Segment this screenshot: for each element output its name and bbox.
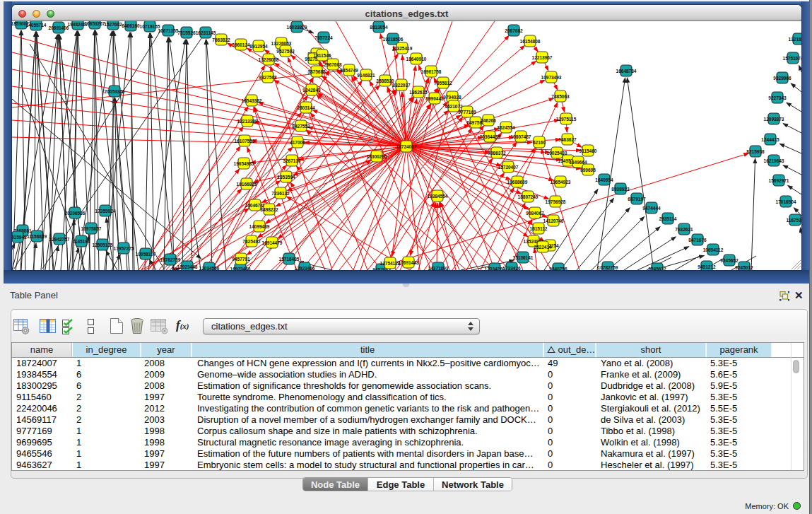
svg-text:12975115: 12975115 xyxy=(556,117,577,122)
svg-text:8990448: 8990448 xyxy=(425,96,444,101)
svg-text:3267130: 3267130 xyxy=(283,158,301,163)
svg-text:9327508: 9327508 xyxy=(259,75,277,80)
svg-text:9245652: 9245652 xyxy=(720,258,739,263)
svg-text:12942757: 12942757 xyxy=(49,237,70,242)
svg-text:20206536: 20206536 xyxy=(65,211,86,216)
svg-text:12923466: 12923466 xyxy=(295,266,315,271)
svg-text:14099489: 14099489 xyxy=(249,224,270,229)
svg-text:16107553: 16107553 xyxy=(235,139,255,144)
svg-text:10025433: 10025433 xyxy=(547,151,567,156)
svg-text:16782759: 16782759 xyxy=(160,257,181,262)
svg-text:7632621: 7632621 xyxy=(675,227,693,232)
svg-text:11156829: 11156829 xyxy=(27,234,47,239)
svg-text:9474444: 9474444 xyxy=(642,206,661,211)
svg-text:14371893: 14371893 xyxy=(428,266,449,271)
svg-text:10973493: 10973493 xyxy=(541,75,562,80)
svg-text:1167533: 1167533 xyxy=(787,218,801,223)
svg-text:16154808: 16154808 xyxy=(520,39,541,44)
svg-text:15720407: 15720407 xyxy=(498,165,519,170)
svg-text:1615112: 1615112 xyxy=(530,226,548,231)
svg-text:16914479: 16914479 xyxy=(262,240,283,245)
svg-text:10671355: 10671355 xyxy=(158,28,179,33)
svg-text:20364436: 20364436 xyxy=(480,134,500,139)
svg-text:9451212: 9451212 xyxy=(698,264,716,269)
svg-text:12754122: 12754122 xyxy=(380,261,401,266)
svg-text:9340756: 9340756 xyxy=(549,267,567,271)
svg-text:1244415: 1244415 xyxy=(761,137,779,142)
svg-text:11325419: 11325419 xyxy=(392,46,413,51)
svg-text:3624554: 3624554 xyxy=(497,125,515,130)
svg-text:12093873: 12093873 xyxy=(764,117,784,122)
svg-text:19756928: 19756928 xyxy=(546,199,566,204)
svg-text:13226058: 13226058 xyxy=(259,57,279,62)
svg-text:10654112: 10654112 xyxy=(703,247,724,252)
svg-text:9084067: 9084067 xyxy=(526,211,544,216)
svg-text:7236132: 7236132 xyxy=(271,191,290,196)
svg-text:9227343: 9227343 xyxy=(768,95,787,100)
svg-text:20053346: 20053346 xyxy=(105,89,125,94)
svg-text:10782759: 10782759 xyxy=(598,265,618,270)
svg-text:1362615: 1362615 xyxy=(409,90,428,95)
svg-text:16543382: 16543382 xyxy=(242,98,262,103)
svg-text:1353594: 1353594 xyxy=(277,175,295,180)
svg-text:2522414: 2522414 xyxy=(534,245,552,250)
svg-text:2967608: 2967608 xyxy=(324,62,342,67)
svg-text:16231145: 16231145 xyxy=(196,30,216,35)
svg-text:6879197: 6879197 xyxy=(628,197,646,201)
svg-text:7485063: 7485063 xyxy=(551,94,570,99)
svg-text:10653267: 10653267 xyxy=(85,21,105,26)
svg-text:9245012: 9245012 xyxy=(735,265,753,270)
svg-text:14055714: 14055714 xyxy=(26,23,47,28)
svg-text:9329966: 9329966 xyxy=(773,76,792,81)
svg-text:16923468: 16923468 xyxy=(230,267,251,271)
svg-text:15751074: 15751074 xyxy=(783,56,801,61)
svg-text:19654985: 19654985 xyxy=(234,161,254,166)
svg-text:9245612: 9245612 xyxy=(648,267,666,271)
svg-text:1527602: 1527602 xyxy=(104,22,122,27)
svg-text:1145194: 1145194 xyxy=(73,239,90,244)
svg-text:10688609: 10688609 xyxy=(507,180,528,185)
svg-text:8322037: 8322037 xyxy=(392,83,411,88)
svg-text:2087682: 2087682 xyxy=(505,28,523,33)
svg-text:18807249: 18807249 xyxy=(518,194,539,199)
svg-text:16210643: 16210643 xyxy=(764,158,784,163)
svg-text:8960124: 8960124 xyxy=(232,42,250,47)
svg-text:7857224: 7857224 xyxy=(314,35,333,40)
svg-text:10807487: 10807487 xyxy=(511,134,531,139)
svg-text:10975857: 10975857 xyxy=(81,226,102,231)
svg-text:9457791: 9457791 xyxy=(232,257,250,262)
svg-text:7955812: 7955812 xyxy=(434,81,452,86)
svg-text:8454749: 8454749 xyxy=(340,68,358,73)
svg-text:3915948: 3915948 xyxy=(12,235,27,240)
svg-text:8912954: 8912954 xyxy=(249,44,268,49)
svg-text:19384554: 19384554 xyxy=(428,194,448,199)
svg-text:1621072: 1621072 xyxy=(445,104,463,109)
svg-text:62160: 62160 xyxy=(533,140,546,145)
svg-text:12213389: 12213389 xyxy=(237,119,258,124)
svg-text:7986372: 7986372 xyxy=(488,151,506,156)
svg-text:7515526: 7515526 xyxy=(177,30,196,35)
svg-text:1811546: 1811546 xyxy=(314,53,331,58)
svg-text:9115460: 9115460 xyxy=(579,148,597,153)
svg-text:1349664: 1349664 xyxy=(569,160,587,165)
svg-text:15136141: 15136141 xyxy=(513,255,534,260)
svg-text:3875685: 3875685 xyxy=(307,69,326,74)
svg-text:8938923: 8938923 xyxy=(611,187,630,192)
svg-text:18300295: 18300295 xyxy=(367,154,387,159)
svg-text:8427552: 8427552 xyxy=(292,124,310,129)
svg-text:8215958: 8215958 xyxy=(746,149,765,154)
svg-text:16033809: 16033809 xyxy=(287,25,307,30)
svg-text:18640910: 18640910 xyxy=(406,57,427,62)
svg-text:417006: 417006 xyxy=(290,140,305,145)
svg-text:8813054: 8813054 xyxy=(370,25,388,30)
svg-text:9146821: 9146821 xyxy=(357,73,375,78)
svg-text:17016504: 17016504 xyxy=(776,199,796,204)
svg-text:8498222: 8498222 xyxy=(260,207,278,212)
svg-text:2588520: 2588520 xyxy=(376,78,394,83)
svg-text:2803144: 2803144 xyxy=(297,105,315,110)
svg-text:10719155: 10719155 xyxy=(140,24,160,29)
svg-text:16961758: 16961758 xyxy=(421,69,442,74)
svg-text:12923448: 12923448 xyxy=(177,264,198,269)
svg-text:9242848: 9242848 xyxy=(302,88,321,93)
svg-text:10958107: 10958107 xyxy=(136,252,156,257)
